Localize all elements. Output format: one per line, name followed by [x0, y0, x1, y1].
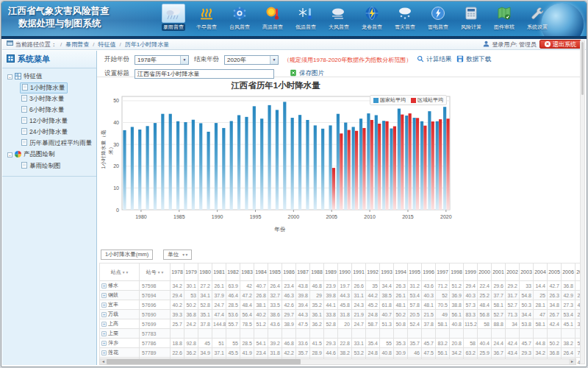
column-header-year[interactable]: 2002	[506, 263, 520, 281]
tree-toggle-icon[interactable]: -	[7, 152, 12, 158]
column-header-year[interactable]: 1985	[268, 263, 282, 281]
value-cell	[240, 329, 254, 339]
column-header-year[interactable]: 1986	[282, 263, 296, 281]
value-cell: 34.2	[171, 281, 184, 291]
column-header-year[interactable]: 1988	[310, 263, 324, 281]
column-header-station[interactable]: 站点▾▾	[100, 263, 140, 281]
scroll-left-arrow[interactable]: ◄	[100, 359, 107, 364]
toolbar-item-map-review[interactable]: 图件审核	[488, 4, 520, 31]
breadcrumb-segment-3[interactable]: 历年1小时降水量	[125, 40, 169, 49]
column-header-year[interactable]: 2000	[478, 263, 492, 281]
toolbar-item-low-temp[interactable]: 低温普查	[290, 4, 322, 31]
scrollbar-thumb[interactable]	[107, 359, 301, 364]
column-header-year[interactable]: 1991	[352, 263, 366, 281]
sidebar-item[interactable]: 3小时降水量	[20, 93, 65, 105]
value-cell: 42	[240, 281, 254, 291]
calculate-button[interactable]: 计算结果	[417, 55, 451, 64]
toolbar-item-drought[interactable]: 干旱普查	[190, 4, 223, 31]
table-row[interactable]: +莲花5778922.636.234.937.145.541.923.431.8…	[100, 348, 583, 358]
scrollbar-thumb[interactable]	[581, 42, 584, 95]
page-vertical-scrollbar[interactable]	[580, 40, 585, 364]
column-header-year[interactable]: 1998	[450, 263, 464, 281]
column-header-year[interactable]: 1993	[380, 263, 394, 281]
sidebar-item[interactable]: 历年暴雨过程平均雨量	[20, 138, 93, 149]
sidebar-item[interactable]: 12小时降水量	[20, 116, 69, 127]
table-row[interactable]: +修水5759834.230.127.226.163.94240.726.423…	[100, 281, 583, 291]
column-header-year[interactable]: 1987	[296, 263, 310, 281]
table-row[interactable]: +宜丰5769640.250.252.824.728.548.438.133.5…	[100, 300, 583, 310]
toolbar-item-label: 风险计算	[461, 24, 481, 31]
column-header-year[interactable]: 1984	[254, 263, 268, 281]
toolbar-item-snow[interactable]: 雪灾普查	[389, 4, 421, 31]
toolbar-item-high-temp[interactable]: 高温普查	[257, 4, 289, 31]
breadcrumb-segment-2[interactable]: 特征值	[98, 40, 115, 49]
table-horizontal-scrollbar[interactable]: ◄ ►	[99, 358, 576, 365]
page-icon	[21, 128, 27, 136]
sidebar-item[interactable]: 1小时降水量	[20, 82, 68, 93]
column-header-year[interactable]: 1978	[171, 263, 184, 281]
sidebar-item[interactable]: 6小时降水量	[20, 105, 65, 116]
sidebar-group-2[interactable]: -产品图绘制	[4, 149, 95, 160]
column-header-year[interactable]: 1982	[226, 263, 240, 281]
toolbar-item-lightning[interactable]: 雷电普查	[422, 4, 454, 31]
toolbar-item-calculator[interactable]: 风险计算	[455, 4, 487, 31]
column-header-station-id[interactable]: 站号▾▾	[140, 263, 171, 281]
column-header-year[interactable]: 1980	[198, 263, 212, 281]
unit-filter[interactable]: 单位▾ ▾	[163, 250, 192, 260]
start-year-select[interactable]: 1978年 ▼	[135, 55, 189, 65]
expand-icon[interactable]: +	[101, 312, 107, 317]
column-header-year[interactable]: 1992	[366, 263, 380, 281]
column-header-year[interactable]: 2006	[562, 263, 576, 281]
toolbar-item-label: 雷电普查	[428, 24, 448, 31]
download-button[interactable]: 数据下载	[456, 55, 491, 64]
column-header-year[interactable]: 1983	[240, 263, 254, 281]
toolbar-item-settings[interactable]: 系统设置	[521, 4, 553, 31]
svg-text:1990: 1990	[212, 214, 223, 219]
column-header-year[interactable]: 1999	[464, 263, 478, 281]
measure-filter-box[interactable]: 1小时降水量(mm)	[101, 250, 153, 260]
expand-icon[interactable]: +	[101, 331, 107, 336]
toolbar-item-wind[interactable]: 大风普查	[323, 4, 355, 31]
column-header-year[interactable]: 1990	[338, 263, 352, 281]
expand-icon[interactable]: +	[101, 293, 107, 298]
column-header-year[interactable]: 2004	[534, 263, 548, 281]
column-header-year[interactable]: 1989	[324, 263, 338, 281]
table-row[interactable]: +上栗57783	[100, 329, 583, 339]
expand-icon[interactable]: +	[101, 302, 107, 308]
table-row[interactable]: +萍乡5778618.892.845515528.554.139.246.833…	[100, 339, 583, 348]
value-cell: 58	[464, 339, 478, 348]
column-header-year[interactable]: 2005	[548, 263, 562, 281]
end-year-select[interactable]: 2020年 ▼	[224, 55, 279, 65]
sidebar-group-1[interactable]: -特征值	[4, 71, 95, 82]
table-row[interactable]: +万载5769039.336.835.147.453.656.440.238.6…	[100, 310, 583, 319]
expand-icon[interactable]: +	[101, 283, 107, 289]
sidebar-item[interactable]: 24小时降水量	[20, 127, 69, 138]
toolbar-item-typhoon[interactable]: 台风普查	[223, 4, 256, 31]
tree-toggle-icon[interactable]: -	[7, 74, 12, 79]
expand-icon[interactable]: +	[101, 341, 107, 346]
value-cell: 50.2	[184, 300, 198, 310]
column-header-year[interactable]: 1994	[394, 263, 408, 281]
toolbar-item-tornado[interactable]: 龙卷普查	[356, 4, 388, 31]
column-header-year[interactable]: 1979	[184, 263, 198, 281]
table-row[interactable]: +上高5769925.724.237.8144.855.778.551.243.…	[100, 319, 583, 329]
logout-button[interactable]: × 退出系统	[539, 40, 581, 49]
column-header-year[interactable]: 2003	[520, 263, 534, 281]
table-row[interactable]: +铜鼓5769429.45334.137.946.447.226.832.746…	[100, 291, 583, 300]
column-header-year[interactable]: 1997	[436, 263, 450, 281]
column-header-year[interactable]: 1981	[212, 263, 226, 281]
save-image-button[interactable]: 保存图片	[290, 69, 324, 78]
column-header-year[interactable]: 2001	[492, 263, 506, 281]
breadcrumb-segment-1[interactable]: 暴雨普查	[65, 40, 89, 49]
expand-icon[interactable]: +	[101, 350, 107, 355]
value-cell	[184, 329, 198, 339]
toolbar-item-rainstorm[interactable]: 暴雨普查	[157, 4, 190, 31]
column-header-year[interactable]: 1995	[408, 263, 422, 281]
chart-title-input[interactable]	[135, 69, 274, 79]
scroll-right-arrow[interactable]: ►	[569, 359, 576, 364]
sidebar-item[interactable]: 暴雨绘制图	[20, 160, 62, 171]
scrollbar-track[interactable]	[107, 359, 569, 364]
column-header-year[interactable]: 1996	[422, 263, 436, 281]
expand-icon[interactable]: +	[101, 322, 107, 327]
end-year-label: 结束年份	[194, 55, 219, 64]
